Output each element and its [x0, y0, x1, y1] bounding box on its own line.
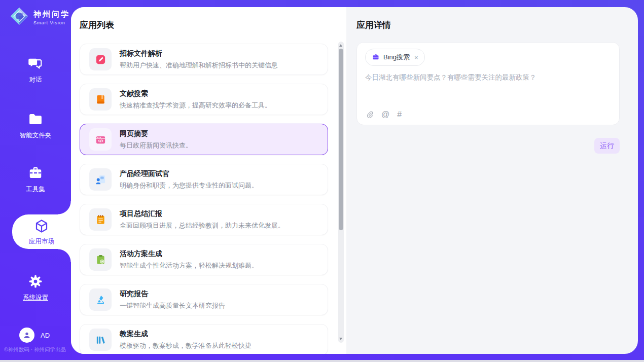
app-card-list: 招标文件解析 帮助用户快速、准确地理解和解析招标书中的关键信息 文献搜索 快速精…	[80, 44, 328, 354]
prompt-composer: Bing搜索 × @ #	[356, 42, 620, 125]
app-card-research-report[interactable]: 研究报告 一键智能生成高质量长文本研究报告	[80, 284, 328, 315]
window-bottom-edge	[0, 360, 644, 362]
app-card-title: 研究报告	[120, 289, 225, 299]
app-list-panel: 应用列表 招标文件解析 帮助用户快速、准确地理解和解析招标书中的关键信息	[71, 7, 346, 354]
app-card-desc: 全面回顾项目进展，总结经验教训，助力未来优化发展。	[120, 221, 284, 230]
sidebar-item-label: 工具集	[26, 186, 45, 193]
app-list-title: 应用列表	[80, 19, 346, 31]
scroll-up-icon[interactable]	[339, 44, 342, 47]
app-card-desc: 模板驱动，教案秒成，教学准备从此轻松快捷	[120, 341, 252, 350]
hashtag-icon[interactable]: #	[397, 111, 402, 119]
tool-tag-bing-search[interactable]: Bing搜索 ×	[365, 49, 425, 66]
avatar	[19, 328, 34, 343]
run-button[interactable]: 运行	[594, 138, 620, 154]
mention-icon[interactable]: @	[381, 111, 389, 119]
app-card-literature-search[interactable]: 文献搜索 快速精准查找学术资源，提高研究效率的必备工具。	[80, 84, 328, 115]
app-list-scrollbar[interactable]	[338, 42, 344, 343]
chat-icon	[28, 56, 43, 71]
copyright-footer: ©神州数码 · 神州问学出品	[4, 346, 66, 353]
sidebar-item-chat[interactable]: 对话	[0, 56, 71, 84]
microscope-icon	[89, 288, 112, 311]
user-initials: AD	[41, 332, 50, 339]
app-card-desc: 智能生成个性化活动方案，轻松解决规划难题。	[120, 261, 258, 270]
composer-toolbar: @ #	[366, 110, 402, 119]
tool-tag-label: Bing搜索	[383, 53, 410, 62]
app-card-event-plan[interactable]: 活动方案生成 智能生成个性化活动方案，轻松解决规划难题。	[80, 244, 328, 275]
logo-gem-icon	[9, 6, 29, 28]
app-subtitle: Smart Vision	[33, 20, 70, 25]
app-card-bid-analysis[interactable]: 招标文件解析 帮助用户快速、准确地理解和解析招标书中的关键信息	[80, 44, 328, 75]
sidebar-item-toolbox[interactable]: 工具集	[0, 165, 71, 194]
app-card-title: 文献搜索	[120, 89, 271, 98]
tag-close-icon[interactable]: ×	[414, 54, 418, 61]
app-card-title: 教案生成	[120, 330, 252, 339]
sidebar-item-label: 系统设置	[23, 294, 48, 301]
app-detail-title: 应用详情	[356, 19, 620, 31]
app-card-title: 网页摘要	[120, 129, 192, 138]
gear-icon	[28, 274, 43, 289]
app-logo: 神州问学 Smart Vision	[9, 6, 70, 28]
app-card-lesson-plan[interactable]: 教案生成 模板驱动，教案秒成，教学准备从此轻松快捷	[80, 324, 328, 354]
toolbox-icon	[28, 165, 43, 180]
app-card-title: 产品经理面试官	[120, 169, 258, 178]
main-container: 应用列表 招标文件解析 帮助用户快速、准确地理解和解析招标书中的关键信息	[71, 7, 638, 354]
attachment-icon[interactable]	[366, 110, 374, 119]
app-card-web-summary[interactable]: 网页摘要 每日政府新闻资讯快查。	[80, 124, 328, 155]
notepad-icon	[89, 208, 112, 231]
app-card-pm-interviewer[interactable]: 产品经理面试官 明确身份和职责，为您提供专业性的面试问题。	[80, 164, 328, 195]
app-title: 神州问学	[33, 10, 70, 19]
folder-icon	[28, 112, 43, 127]
app-card-desc: 快速精准查找学术资源，提高研究效率的必备工具。	[120, 101, 271, 110]
books-icon	[89, 329, 112, 351]
browser-code-icon	[89, 128, 112, 151]
sidebar-item-app-market[interactable]: 应用市场	[12, 214, 71, 249]
book-icon	[89, 88, 112, 111]
app-card-desc: 帮助用户快速、准确地理解和解析招标书中的关键信息	[120, 61, 278, 70]
clipboard-check-icon	[89, 248, 112, 271]
app-card-title: 项目总结汇报	[120, 209, 284, 219]
user-account[interactable]: AD	[19, 328, 50, 343]
app-detail-panel: 应用详情 Bing搜索 × @	[346, 7, 638, 354]
sidebar-item-label: 智能文件夹	[20, 132, 52, 139]
sidebar-item-smart-folder[interactable]: 智能文件夹	[0, 112, 71, 140]
app-card-project-summary[interactable]: 项目总结汇报 全面回顾项目进展，总结经验教训，助力未来优化发展。	[80, 204, 328, 235]
sidebar-item-settings[interactable]: 系统设置	[0, 274, 71, 302]
app-card-title: 招标文件解析	[120, 49, 278, 58]
sidebar-item-label: 应用市场	[29, 238, 54, 245]
sidebar-item-label: 对话	[29, 76, 42, 83]
interviewer-icon	[89, 168, 112, 191]
sidebar: 神州问学 Smart Vision 对话 智能文件夹	[0, 0, 71, 360]
scroll-down-icon[interactable]	[339, 338, 342, 340]
edit-document-icon	[89, 48, 112, 70]
cube-icon	[34, 219, 49, 234]
app-card-title: 活动方案生成	[120, 249, 258, 259]
app-card-desc: 每日政府新闻资讯快查。	[120, 141, 192, 150]
briefcase-icon	[372, 53, 380, 61]
app-card-desc: 明确身份和职责，为您提供专业性的面试问题。	[120, 181, 258, 190]
app-card-desc: 一键智能生成高质量长文本研究报告	[120, 301, 225, 310]
scrollbar-thumb[interactable]	[339, 49, 343, 230]
prompt-input[interactable]	[365, 73, 611, 99]
